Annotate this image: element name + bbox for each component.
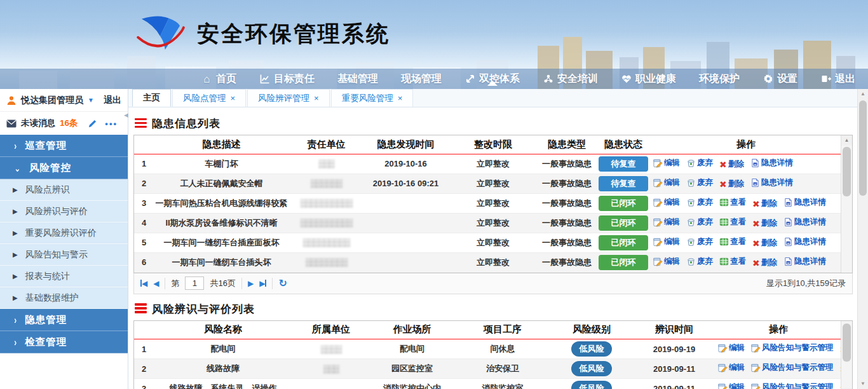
action-查看[interactable]: 查看 — [719, 236, 746, 247]
sidebar-logout-link[interactable]: 退出 — [104, 95, 121, 106]
action-删除[interactable]: ✖删除 — [752, 198, 777, 209]
sidebar-item-基础数据维护[interactable]: ▶基础数据维护 — [0, 287, 128, 309]
action-查看[interactable]: 查看 — [719, 217, 746, 228]
action-编辑[interactable]: 编辑 — [653, 197, 680, 208]
window-scrollbar[interactable]: ▲ ▼ — [857, 89, 868, 389]
action-编辑[interactable]: 编辑 — [718, 343, 745, 353]
nav-item-目标责任[interactable]: 目标责任 — [259, 72, 315, 86]
action-废弃[interactable]: 废弃 — [686, 256, 713, 267]
nav-item-安全培训[interactable]: 安全培训 — [543, 72, 598, 86]
nav-item-双控体系[interactable]: 双控体系 — [465, 72, 520, 86]
action-废弃[interactable]: 废弃 — [686, 177, 713, 188]
close-icon[interactable]: × — [398, 93, 403, 103]
nav-item-现场管理[interactable]: 现场管理 — [401, 72, 442, 86]
hazard-type: 一般事故隐患 — [538, 233, 596, 252]
action-隐患详情[interactable]: w隐患详情 — [750, 158, 793, 168]
sidebar-item-风险告知与警示[interactable]: ▶风险告知与警示 — [0, 244, 128, 266]
user-name[interactable]: 悦达集团管理员 — [21, 95, 83, 106]
action-废弃[interactable]: 废弃 — [686, 158, 713, 168]
nav-item-设置[interactable]: 设置 — [763, 72, 797, 86]
sidebar-item-检查管理[interactable]: ›检查管理 — [0, 331, 128, 353]
sidebar-item-报表与统计[interactable]: ▶报表与统计 — [0, 266, 128, 287]
action-隐患详情[interactable]: w隐患详情 — [783, 197, 826, 208]
risk-level-badge[interactable]: 低风险 — [550, 339, 633, 359]
risk-level-badge[interactable]: 低风险 — [550, 379, 633, 389]
action-隐患详情[interactable]: w隐患详情 — [783, 217, 826, 228]
sidebar-item-隐患管理[interactable]: ›隐患管理 — [0, 309, 128, 331]
mail-icon — [6, 119, 17, 128]
action-删除[interactable]: ✖删除 — [719, 159, 744, 170]
action-查看[interactable]: 查看 — [719, 197, 746, 208]
scroll-up-icon[interactable]: ▲ — [841, 135, 852, 146]
sidebar-item-重要风险辨识评价[interactable]: ▶重要风险辨识评价 — [0, 222, 128, 244]
risk-table-scrollbar[interactable]: ▼ — [841, 321, 852, 389]
status-badge[interactable]: 待复查 — [596, 154, 651, 174]
action-编辑[interactable]: 编辑 — [718, 362, 745, 373]
close-icon[interactable]: × — [314, 93, 319, 103]
action-风险告知与警示管理[interactable]: 风险告知与警示管理 — [751, 362, 834, 373]
action-废弃[interactable]: 废弃 — [686, 217, 713, 228]
edit-icon — [653, 198, 663, 207]
risk-level-badge[interactable]: 低风险 — [550, 359, 633, 379]
nav-item-退出[interactable]: 退出 — [820, 72, 855, 86]
status-badge[interactable]: 已闭环 — [596, 193, 651, 213]
last-page-button[interactable]: ▶ — [259, 280, 266, 287]
close-icon[interactable]: × — [231, 93, 236, 103]
discard-icon — [686, 257, 696, 266]
scroll-up-icon[interactable]: ▲ — [858, 89, 868, 99]
prev-page-button[interactable]: ◀ — [153, 280, 159, 287]
action-删除[interactable]: ✖删除 — [752, 218, 777, 229]
action-查看[interactable]: 查看 — [719, 256, 746, 267]
nav-item-基础管理[interactable]: 基础管理 — [337, 72, 378, 86]
nav-item-label: 安全培训 — [557, 72, 598, 86]
unread-messages-count[interactable]: 16条 — [60, 118, 78, 129]
first-page-button[interactable]: ◀ — [140, 280, 147, 287]
edit-icon — [751, 363, 761, 372]
nav-item-职业健康[interactable]: 职业健康 — [621, 72, 676, 86]
logout-icon — [820, 74, 831, 85]
action-废弃[interactable]: 废弃 — [686, 197, 713, 208]
tab-风险辨评管理[interactable]: 风险辨评管理× — [247, 89, 330, 107]
action-编辑[interactable]: 编辑 — [653, 177, 680, 188]
status-badge[interactable]: 已闭环 — [596, 252, 651, 272]
sidebar-item-巡查管理[interactable]: ›巡查管理 — [0, 135, 128, 157]
action-编辑[interactable]: 编辑 — [653, 217, 680, 228]
scroll-down-icon[interactable]: ▼ — [858, 379, 868, 389]
status-badge[interactable]: 已闭环 — [596, 213, 651, 233]
nav-item-环境保护[interactable]: 环境保护 — [699, 72, 740, 86]
page-number-input[interactable] — [185, 276, 204, 290]
next-page-button[interactable]: ▶ — [248, 280, 254, 287]
action-风险告知与警示管理[interactable]: 风险告知与警示管理 — [751, 343, 834, 353]
status-badge[interactable]: 待复查 — [596, 174, 651, 193]
unread-messages-label[interactable]: 未读消息 — [21, 118, 55, 129]
sidebar-item-风险管控[interactable]: ⌄风险管控 — [0, 157, 128, 179]
action-编辑[interactable]: 编辑 — [653, 256, 680, 267]
sidebar-item-风险点辨识[interactable]: ▶风险点辨识 — [0, 179, 128, 201]
pencil-icon[interactable] — [88, 119, 97, 128]
action-编辑[interactable]: 编辑 — [653, 236, 680, 247]
tab-风险点管理[interactable]: 风险点管理× — [172, 89, 246, 107]
sidebar-item-风险辨识与评价[interactable]: ▶风险辨识与评价 — [0, 201, 128, 222]
action-隐患详情[interactable]: w隐患详情 — [783, 256, 826, 267]
action-风险告知与警示管理[interactable]: 风险告知与警示管理 — [751, 382, 834, 389]
tab-重要风险管理[interactable]: 重要风险管理× — [331, 89, 414, 107]
hazard-table-scrollbar[interactable]: ▲ — [841, 135, 852, 273]
refresh-icon[interactable]: ↻ — [278, 277, 287, 289]
action-隐患详情[interactable]: w隐患详情 — [750, 177, 793, 188]
nav-item-label: 环境保护 — [699, 72, 740, 86]
action-编辑[interactable]: 编辑 — [718, 382, 745, 389]
action-删除[interactable]: ✖删除 — [752, 257, 777, 268]
action-废弃[interactable]: 废弃 — [686, 236, 713, 247]
status-badge[interactable]: 已闭环 — [596, 233, 651, 252]
action-编辑[interactable]: 编辑 — [653, 158, 680, 168]
user-caret-icon[interactable]: ▼ — [88, 97, 94, 104]
action-删除[interactable]: ✖删除 — [752, 238, 777, 249]
responsible-unit: ▒▒▒▒▒▒▒▒ — [290, 252, 363, 272]
action-隐患详情[interactable]: w隐患详情 — [783, 236, 826, 247]
sidebar-collapse-handle[interactable]: ◀ — [124, 107, 128, 123]
more-options-icon[interactable]: ••• — [105, 119, 118, 128]
nav-item-首页[interactable]: ⌂首页 — [201, 72, 236, 86]
svg-text:w: w — [786, 221, 789, 224]
action-删除[interactable]: ✖删除 — [719, 179, 744, 189]
tab-主页[interactable]: 主页 — [132, 89, 171, 107]
